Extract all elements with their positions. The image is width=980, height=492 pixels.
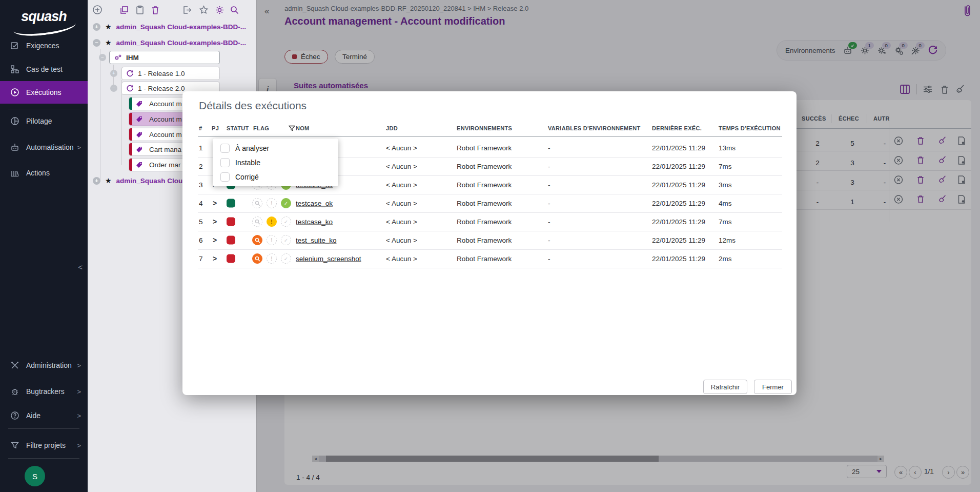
col-flag: FLAG	[253, 125, 269, 131]
status-square	[227, 199, 235, 208]
expand-chevron-icon[interactable]: >	[213, 199, 217, 207]
flag-analyze-icon[interactable]	[252, 198, 262, 208]
expand-icon[interactable]: +	[93, 23, 100, 31]
status-bar	[129, 113, 132, 125]
sidebar-item-label: Bugtrackers	[26, 387, 65, 396]
sidebar-item-aide[interactable]: Aide >	[0, 404, 88, 427]
sidebar-item-administration[interactable]: Administration >	[0, 354, 88, 377]
sidebar-item-label: Administration	[26, 361, 72, 369]
settings-gear-icon[interactable]	[214, 4, 225, 15]
sidebar-collapse-icon[interactable]: <	[78, 263, 83, 271]
sidebar-item-exigences[interactable]: Exigences	[0, 34, 88, 57]
flag-fixed-icon[interactable]: ✓	[281, 235, 291, 245]
sidebar-item-label: Automatisation	[26, 143, 74, 151]
filter-option-label: À analyser	[235, 144, 269, 152]
expand-chevron-icon[interactable]: >	[213, 254, 217, 263]
flag-analyze-icon[interactable]	[252, 235, 262, 245]
add-icon[interactable]	[92, 4, 103, 15]
col-pj: PJ	[212, 125, 219, 131]
paste-icon[interactable]	[134, 4, 146, 15]
star-icon[interactable]: ★	[105, 38, 112, 47]
filter-option-corrige[interactable]: Corrigé	[213, 170, 338, 184]
iteration-icon	[126, 70, 134, 77]
sidebar-item-filtre-projets[interactable]: Filtre projets >	[0, 434, 88, 457]
dataset-cell: < Aucun >	[386, 255, 417, 263]
tree-node-ihm[interactable]: IHM	[109, 51, 220, 64]
sidebar-item-bugtrackers[interactable]: Bugtrackers >	[0, 380, 88, 403]
tag-icon	[135, 115, 143, 123]
filter-option-instable[interactable]: Instable	[213, 155, 338, 170]
flag-fixed-icon[interactable]: ✓	[281, 198, 291, 208]
leaf-label: Account m	[149, 100, 182, 108]
executions-icon	[10, 88, 19, 97]
execution-name-link[interactable]: test_suite_ko	[296, 237, 337, 244]
tree-root-project[interactable]: − ★ admin_Squash Cloud-examples-BDD-...	[93, 38, 246, 47]
chevron-right-icon: >	[77, 442, 81, 449]
user-avatar[interactable]: S	[25, 466, 45, 486]
favorite-star-icon[interactable]	[198, 4, 209, 15]
dialog-title: Détails des exécutions	[199, 100, 307, 112]
expand-chevron-icon[interactable]: >	[213, 218, 217, 226]
flag-unstable-icon[interactable]: !	[267, 217, 277, 227]
dataset-cell: < Aucun >	[386, 237, 417, 244]
sidebar-divider	[8, 458, 79, 459]
flag-fixed-icon[interactable]: ✓	[281, 253, 291, 264]
expand-icon[interactable]: +	[110, 70, 117, 77]
col-env: ENVIRONNEMENTS	[457, 125, 512, 131]
collapse-icon[interactable]: −	[110, 85, 117, 92]
sidebar-item-automatisation[interactable]: Automatisation >	[0, 136, 88, 159]
execution-row: 6 > ! ✓ test_suite_ko < Aucun > Robot Fr…	[198, 231, 782, 250]
flag-unstable-icon[interactable]: !	[267, 253, 277, 264]
squash-logo[interactable]: squash	[0, 4, 88, 29]
search-icon[interactable]	[229, 4, 240, 15]
expand-chevron-icon[interactable]: >	[213, 236, 217, 244]
dataset-cell: < Aucun >	[386, 144, 417, 152]
checkbox[interactable]	[220, 158, 230, 167]
flag-filter-funnel-icon[interactable]	[289, 125, 295, 132]
execution-name-link[interactable]: selenium_screenshot	[296, 255, 361, 263]
sidebar-item-executions[interactable]: Exécutions	[0, 81, 88, 104]
tree-node-release-1[interactable]: 1 - Release 1.0	[121, 67, 220, 80]
execution-name-link[interactable]: testcase_ko	[296, 218, 333, 226]
last-exec-cell: 22/01/2025 11:29	[652, 163, 705, 170]
flag-analyze-icon[interactable]	[252, 217, 262, 227]
exec-time-cell: 3ms	[719, 181, 732, 189]
project-label: admin_Squash Cloud-examples-BDD-...	[116, 39, 247, 47]
gears-icon	[114, 54, 122, 61]
col-num: #	[199, 125, 202, 131]
refresh-button[interactable]: Rafraîchir	[703, 380, 747, 394]
sidebar-item-pilotage[interactable]: Pilotage	[0, 110, 88, 132]
flag-unstable-icon[interactable]: !	[267, 198, 277, 208]
env-variables-cell: -	[548, 255, 550, 263]
flag-unstable-icon[interactable]: !	[267, 235, 277, 245]
execution-name-link[interactable]: testcase_ok	[296, 200, 333, 207]
copy-icon[interactable]	[118, 4, 130, 15]
star-icon[interactable]: ★	[105, 23, 112, 31]
col-time: TEMPS D'EXÉCUTION	[719, 125, 781, 131]
delete-icon[interactable]	[150, 4, 161, 15]
export-icon[interactable]	[181, 4, 193, 15]
collapse-icon[interactable]: −	[93, 39, 100, 47]
flag-analyze-icon[interactable]	[252, 253, 262, 264]
sidebar-item-actions[interactable]: Actions	[0, 162, 88, 184]
tree-root-project[interactable]: + ★ admin_Squash Cloud-examples-BDD-...	[93, 23, 246, 31]
chevron-right-icon: >	[77, 362, 81, 369]
flag-fixed-icon[interactable]: ✓	[281, 217, 291, 227]
tag-icon	[135, 146, 143, 153]
checkbox[interactable]	[220, 172, 230, 182]
checkbox[interactable]	[220, 144, 230, 153]
execution-row: 4 > ! ✓ testcase_ok < Aucun > Robot Fram…	[198, 194, 782, 213]
environment-cell: Robot Framework	[457, 218, 512, 226]
star-icon[interactable]: ★	[105, 176, 112, 185]
sidebar-divider	[8, 109, 79, 109]
collapse-icon[interactable]: −	[99, 54, 106, 61]
admin-tools-icon	[10, 361, 19, 370]
dataset-cell: < Aucun >	[386, 163, 417, 170]
filter-option-a-analyser[interactable]: À analyser	[213, 141, 338, 155]
close-button[interactable]: Fermer	[754, 380, 792, 394]
sidebar-divider	[8, 428, 79, 429]
close-button-label: Fermer	[762, 383, 784, 391]
sidebar-item-cas-de-test[interactable]: Cas de test	[0, 58, 88, 81]
node-label: 1 - Release 2.0	[138, 85, 185, 92]
expand-icon[interactable]: +	[93, 177, 100, 185]
